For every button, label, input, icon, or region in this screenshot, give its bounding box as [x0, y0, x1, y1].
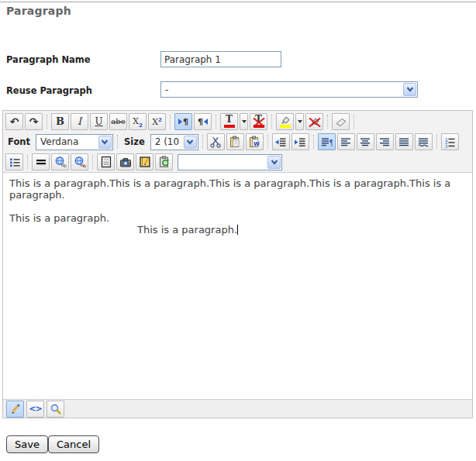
align-center-button[interactable]: [357, 133, 374, 150]
superscript-button[interactable]: X2: [148, 113, 166, 130]
strikethrough-icon: abe: [111, 118, 125, 126]
editor-content[interactable]: This is a paragraph.This is a paragraph.…: [3, 172, 472, 400]
outdent-button[interactable]: [272, 133, 290, 150]
ltr-paragraph-button[interactable]: ¶: [174, 113, 192, 130]
insert-image-button[interactable]: [116, 153, 134, 170]
toolbar-separator: [313, 135, 314, 149]
toolbar-separator: [354, 115, 354, 129]
save-button[interactable]: Save: [6, 435, 48, 453]
justify-paragraph-button[interactable]: ¶: [318, 133, 336, 150]
justify-button[interactable]: [395, 133, 413, 150]
align-center-icon: [359, 136, 371, 148]
reuse-paragraph-label: Reuse Paragraph: [6, 85, 92, 96]
text-color-icon: T: [224, 115, 235, 128]
template-document-icon: [100, 156, 112, 168]
design-mode-pencil-icon: [9, 403, 22, 415]
toolbar-row-3: [3, 152, 472, 172]
underline-icon: U: [95, 117, 102, 126]
outdent-icon: [274, 136, 287, 148]
toolbar-separator: [27, 155, 28, 169]
toolbar-separator: [202, 135, 203, 149]
editor-text-line: This is a paragraph.: [137, 224, 466, 236]
bold-button[interactable]: B: [51, 113, 69, 130]
insert-template-button[interactable]: [97, 153, 115, 170]
underline-button[interactable]: U: [90, 113, 108, 130]
editor-text-line: This is a paragraph.This is a paragraph.…: [9, 177, 466, 189]
preview-button[interactable]: [47, 401, 64, 418]
highlight-color-icon: [280, 115, 291, 128]
design-mode-button[interactable]: [6, 401, 24, 418]
cut-button[interactable]: [207, 133, 225, 150]
chevron-down-icon[interactable]: [184, 136, 197, 149]
italic-button[interactable]: I: [71, 113, 88, 130]
undo-icon: ↶: [10, 116, 19, 127]
svg-text:3: 3: [445, 143, 448, 148]
remove-format-button[interactable]: [332, 113, 350, 130]
cancel-button[interactable]: Cancel: [48, 435, 99, 453]
horizontal-rule-button[interactable]: [32, 153, 50, 170]
text-color-dropdown-button[interactable]: [240, 113, 248, 130]
highlight-color-button[interactable]: [276, 113, 294, 130]
chevron-down-icon: [242, 120, 247, 123]
subscript-icon: X2: [133, 115, 142, 129]
toolbar-separator: [92, 155, 93, 169]
text-color-button[interactable]: T: [220, 113, 238, 130]
editor-text-line: This is a paragraph.: [9, 212, 466, 224]
toolbar-separator: [436, 135, 437, 149]
font-select[interactable]: Verdana: [36, 134, 113, 150]
subscript-button[interactable]: X2: [129, 113, 147, 130]
chevron-down-icon: [298, 120, 302, 123]
insert-document-button[interactable]: [136, 153, 153, 170]
redo-button[interactable]: ↷: [25, 113, 43, 130]
paste-clipboard-icon: [229, 136, 241, 148]
rtl-paragraph-button[interactable]: ¶: [194, 113, 212, 130]
indent-button[interactable]: [291, 133, 309, 150]
editor-text-line: paragraph.: [9, 189, 466, 201]
remove-highlight-button[interactable]: [305, 113, 323, 130]
svg-text:¶: ¶: [329, 139, 333, 147]
paste-special-button[interactable]: [155, 153, 173, 170]
toolbar-separator: [47, 115, 47, 129]
undo-button[interactable]: ↶: [5, 113, 23, 130]
html-source-icon: <>: [29, 404, 41, 414]
chevron-down-icon[interactable]: [403, 83, 416, 96]
align-right-button[interactable]: [376, 133, 394, 150]
insert-link-button[interactable]: [51, 153, 69, 170]
toolbar-separator: [327, 115, 328, 129]
text-cursor: [237, 225, 238, 235]
justify-full-button[interactable]: [415, 133, 433, 150]
indent-icon: [294, 136, 306, 148]
strikethrough-button[interactable]: abe: [109, 113, 127, 130]
bold-icon: B: [56, 116, 64, 126]
clipboard-refresh-icon: [158, 156, 171, 168]
paste-from-word-button[interactable]: W: [246, 133, 264, 150]
document-folder-pencil-icon: [139, 156, 151, 168]
paste-button[interactable]: [226, 133, 244, 150]
toolbar-separator: [216, 115, 216, 129]
html-source-button[interactable]: <>: [26, 401, 44, 418]
chevron-down-icon[interactable]: [98, 136, 112, 149]
size-select[interactable]: 2 (10 pt): [150, 134, 198, 150]
ordered-list-icon: 123: [443, 136, 456, 148]
reuse-paragraph-select[interactable]: -: [160, 81, 418, 98]
style-select[interactable]: [178, 154, 282, 170]
align-left-icon: [340, 136, 352, 148]
remove-text-color-button[interactable]: T: [250, 113, 267, 130]
bullet-list-icon: [9, 157, 21, 168]
link-globe-icon: [54, 156, 67, 168]
italic-icon: I: [78, 116, 81, 126]
toolbar-separator: [117, 135, 118, 149]
chevron-down-icon[interactable]: [267, 156, 281, 169]
toolbar-separator: [170, 115, 171, 129]
page-title: Paragraph: [6, 5, 71, 17]
toolbar-row-1: ↶ ↷ B I U abe X2 X2 ¶ ¶ T T: [3, 111, 472, 132]
highlight-color-dropdown-button[interactable]: [295, 113, 304, 130]
remove-text-color-icon: T: [254, 115, 264, 128]
ordered-list-button[interactable]: 123: [441, 133, 459, 150]
remove-link-button[interactable]: [71, 153, 88, 170]
align-left-button[interactable]: [337, 133, 355, 150]
bullet-list-button[interactable]: [5, 153, 23, 170]
paragraph-name-input[interactable]: [160, 51, 281, 67]
remove-highlight-icon: [309, 117, 320, 126]
font-value: Verdana: [40, 136, 98, 147]
